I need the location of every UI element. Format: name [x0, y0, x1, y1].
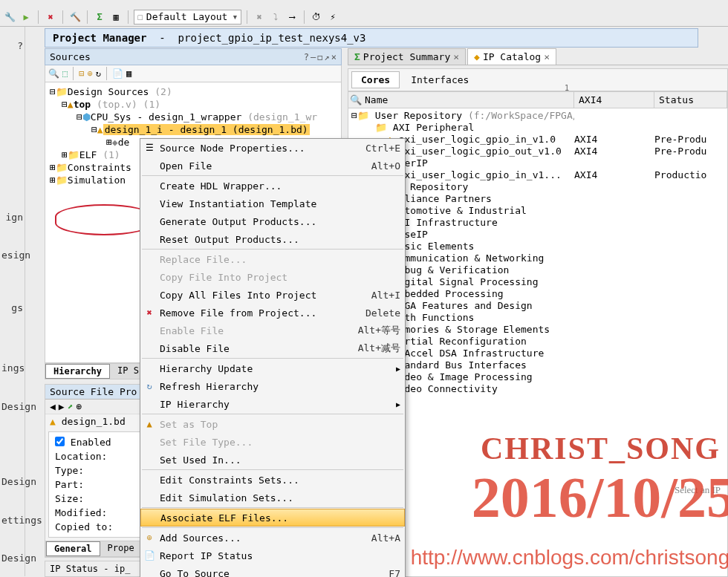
close-panel-icon[interactable]: × — [331, 52, 337, 62]
properties-tab[interactable]: Prope — [100, 541, 143, 556]
grid-icon[interactable]: ▦ — [126, 68, 131, 79]
right-tabs: Σ Project Summary × ◆ IP Catalog × — [348, 48, 728, 65]
refresh-tree-icon[interactable]: ↻ — [96, 68, 101, 79]
clock-icon[interactable]: ⏱ — [310, 10, 323, 24]
menu-item[interactable]: Disable FileAlt+减号 — [140, 339, 405, 357]
close-tab-icon[interactable]: × — [453, 51, 459, 62]
menu-item: Copy File Into Project — [140, 268, 405, 286]
menu-item[interactable]: Create HDL Wrapper... — [140, 177, 405, 195]
hierarchy-tab[interactable]: Hierarchy — [45, 364, 110, 379]
run-icon[interactable]: ▶ — [19, 10, 33, 24]
collapse-icon[interactable]: ⊟ — [79, 68, 84, 79]
menu-item[interactable]: ☰Source Node Properties...Ctrl+E — [140, 139, 405, 157]
maximize-icon[interactable]: ↗ — [325, 52, 330, 62]
design-sources-node[interactable]: ⊟📁Design Sources (2) — [47, 85, 339, 98]
menu-item[interactable]: ⊕Add Sources...Alt+A — [140, 529, 405, 547]
box-icon[interactable]: ▦ — [109, 10, 123, 24]
general-tab[interactable]: General — [46, 541, 100, 556]
menu-item[interactable]: 📄Report IP Status — [140, 547, 405, 564]
doc-icon[interactable]: 📄 — [112, 68, 123, 79]
pin-icon[interactable]: ⤵ — [269, 10, 282, 24]
sources-toolbar: 🔍 ⬚ ⊟ ⊕ ↻ 📄 ▦ — [45, 65, 342, 82]
minimize-icon[interactable]: — — [311, 52, 316, 62]
context-menu[interactable]: ☰Source Node Properties...Ctrl+EOpen Fil… — [140, 138, 406, 577]
menu-item[interactable]: Edit Constraints Sets... — [140, 471, 405, 489]
menu-item[interactable]: ↻Refresh Hierarchy — [140, 377, 405, 395]
view-icon[interactable]: ✖ — [253, 10, 266, 24]
ip-grid-header: 🔍 Name 1 AXI4 Status — [348, 91, 728, 108]
menu-item: Enable FileAlt+等号 — [140, 322, 405, 339]
nav-fwd-icon[interactable]: ▶ — [59, 401, 65, 412]
left-sidebar-strip: ? ign esign gs ings Design Design etting… — [0, 27, 25, 576]
menu-item[interactable]: Reset Output Products... — [140, 230, 405, 248]
menu-item[interactable]: Open FileAlt+O — [140, 157, 405, 175]
select-ip-hint: Select an IP — [675, 484, 721, 496]
menu-item: ▲Set as Top — [140, 415, 405, 433]
menu-item[interactable]: Edit Simulation Sets... — [140, 489, 405, 506]
cores-tab[interactable]: Cores — [351, 71, 400, 88]
project-summary-tab[interactable]: Σ Project Summary × — [348, 48, 466, 65]
power-icon[interactable]: ⚡ — [326, 10, 339, 24]
nav-back-icon[interactable]: ◀ — [50, 401, 56, 412]
enabled-checkbox[interactable] — [55, 437, 65, 446]
top-node[interactable]: ⊟▲top (top.v) (1) — [47, 98, 339, 111]
ip-folder-row[interactable]: 📁 AXI Peripheral — [348, 122, 727, 134]
nav-add-icon[interactable]: ⊕ — [76, 401, 82, 412]
interfaces-tab[interactable]: Interfaces — [401, 71, 478, 88]
search-icon[interactable]: 🔍 — [48, 68, 59, 79]
menu-item[interactable]: ✖Remove File from Project...Delete — [140, 304, 405, 322]
menu-item[interactable]: Hierarchy Update▶ — [140, 359, 405, 377]
cpu-sys-node[interactable]: ⊟⬢CPU_Sys - design_1_wrapper (design_1_w… — [47, 111, 339, 123]
add-sources-icon[interactable]: ⊕ — [87, 68, 92, 79]
ip-catalog-tab[interactable]: ◆ IP Catalog × — [467, 48, 556, 65]
menu-item: Set File Type... — [140, 433, 405, 451]
toolbar-icon[interactable]: 🔧 — [3, 10, 16, 24]
menu-item[interactable]: Go To SourceF7 — [140, 564, 405, 577]
menu-item[interactable]: Generate Output Products... — [140, 212, 405, 230]
menu-item[interactable]: Associate ELF Files... — [140, 509, 405, 527]
ip-subtabs: Cores Interfaces — [348, 68, 728, 91]
layout-selector[interactable]: ☐ Default Layout ▾ — [134, 10, 241, 25]
main-toolbar: 🔧 ▶ ✖ 🔨 Σ ▦ ☐ Default Layout ▾ ✖ ⤵ ⟶ ⏱ ⚡ — [0, 7, 728, 27]
user-repository-row[interactable]: ⊟📁 User Repository (f:/WorkSpace/FPGA/ip… — [348, 110, 727, 122]
tree-icon[interactable]: ⬚ — [62, 68, 68, 79]
sigma-icon[interactable]: Σ — [93, 10, 106, 24]
design1-instance-node[interactable]: ⊟▲design_1_i - design_1 (design_1.bd) — [47, 123, 339, 136]
menu-item[interactable]: View Instantiation Template — [140, 195, 405, 212]
sources-panel-title: Sources ? — ◻ ↗ × — [45, 48, 342, 65]
menu-item[interactable]: Set Used In... — [140, 451, 405, 469]
wrench-icon[interactable]: 🔨 — [68, 10, 82, 24]
nav-icon[interactable]: ⟶ — [285, 10, 299, 24]
help-icon[interactable]: ? — [304, 52, 309, 62]
restore-icon[interactable]: ◻ — [317, 52, 322, 62]
cancel-icon[interactable]: ✖ — [44, 10, 57, 24]
menu-item[interactable]: Copy All Files Into ProjectAlt+I — [140, 286, 405, 304]
project-manager-bar: Project Manager - project_gpio_ip_test_n… — [45, 28, 698, 48]
menu-item[interactable]: IP Hierarchy▶ — [140, 395, 405, 413]
nav-open-icon[interactable]: ⬈ — [68, 401, 74, 412]
close-tab-icon[interactable]: × — [544, 51, 550, 62]
menu-item: Replace File... — [140, 250, 405, 268]
